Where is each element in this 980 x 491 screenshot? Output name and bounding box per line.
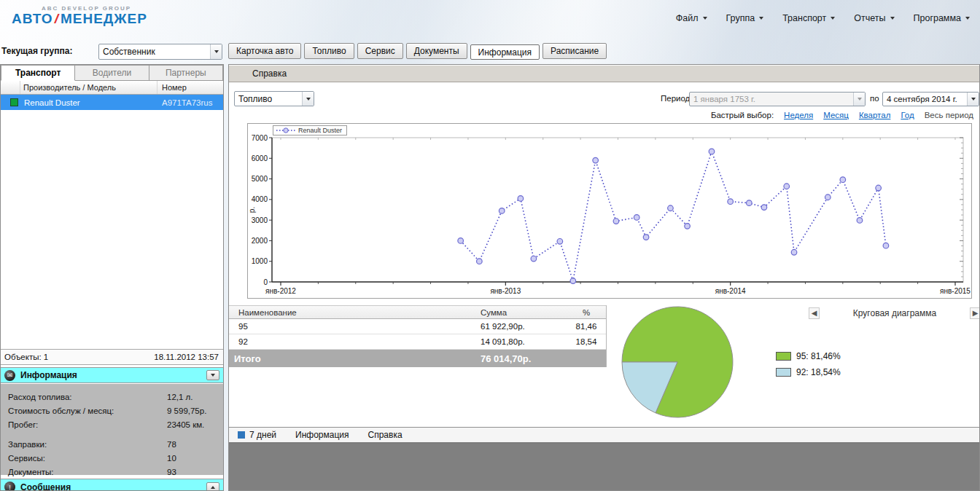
messages-section-title: Сообщения bbox=[20, 482, 71, 491]
total-sum: 76 014,70р. bbox=[481, 353, 531, 364]
row-pct: 81,46 bbox=[567, 322, 606, 331]
info-row: Стоимость обслуж / месяц:9 599,75р. bbox=[1, 404, 223, 417]
info-section-header[interactable]: ✉ Информация bbox=[1, 367, 223, 383]
exclamation-icon: ! bbox=[4, 482, 15, 491]
info-label: Сервисы: bbox=[1, 454, 45, 463]
svg-text:янв-2014: янв-2014 bbox=[715, 287, 746, 295]
info-section-title: Информация bbox=[20, 370, 77, 380]
info-value: 93 bbox=[167, 468, 176, 476]
chevron-down-icon[interactable] bbox=[302, 92, 314, 106]
info-value: 10 bbox=[167, 454, 176, 463]
objects-statusbar: Объекты: 1 18.11.2012 13:57 bbox=[1, 349, 223, 365]
dataset-select-value: Топливо bbox=[238, 94, 272, 104]
svg-text:2000: 2000 bbox=[252, 237, 268, 245]
status-datetime: 18.11.2012 13:57 bbox=[154, 353, 223, 361]
messages-section-header[interactable]: ! Сообщения bbox=[1, 479, 223, 491]
chevron-down-icon[interactable] bbox=[210, 44, 222, 59]
current-group-select[interactable]: Собственник bbox=[98, 44, 222, 60]
pie-legend-item: 92: 18,54% bbox=[776, 367, 841, 377]
row-pct: 18,54 bbox=[567, 337, 606, 346]
chevron-down-icon bbox=[703, 17, 707, 20]
svg-text:янв-2015: янв-2015 bbox=[940, 287, 971, 295]
legend-swatch-icon bbox=[776, 352, 791, 361]
tab-Топливо[interactable]: Топливо bbox=[304, 43, 354, 59]
row-sum: 14 091,80р. bbox=[481, 337, 525, 346]
current-group-label: Текущая группа: bbox=[1, 46, 72, 56]
sidebar: ТранспортВодителиПартнеры Производитель … bbox=[0, 64, 224, 491]
tab-Информация[interactable]: Информация bbox=[470, 44, 540, 60]
expand-messages-button[interactable] bbox=[206, 482, 219, 491]
collapse-info-button[interactable] bbox=[206, 370, 219, 380]
quick-select-links: НеделяМесяцКварталГод bbox=[784, 111, 914, 119]
quick-link-Год[interactable]: Год bbox=[901, 111, 914, 119]
menu-Программа[interactable]: Программа bbox=[914, 13, 971, 23]
dataset-select[interactable]: Топливо bbox=[234, 91, 314, 106]
bottom-tab-7 дней[interactable]: 7 дней bbox=[238, 430, 276, 440]
quick-link-Неделя[interactable]: Неделя bbox=[784, 111, 813, 119]
menu-Транспорт[interactable]: Транспорт bbox=[782, 13, 835, 23]
tab-Сервис[interactable]: Сервис bbox=[357, 43, 403, 59]
vehicle-status-icon bbox=[10, 98, 18, 106]
row-name: 95 bbox=[238, 322, 248, 331]
tab-Карточка авто[interactable]: Карточка авто bbox=[228, 43, 301, 59]
info-value: 23405 км. bbox=[167, 420, 204, 429]
quick-select-label: Бастрый выбор: bbox=[711, 111, 774, 119]
tab-Документы[interactable]: Документы bbox=[406, 43, 467, 59]
bottom-view-tabs: 7 днейИнформацияСправка bbox=[229, 427, 979, 444]
sidebar-tab-Водители[interactable]: Водители bbox=[75, 65, 149, 81]
info-label: Заправки: bbox=[1, 440, 47, 449]
objects-count: Объекты: 1 bbox=[1, 353, 48, 361]
vehicle-row[interactable]: Renault DusterA971TA73rus bbox=[1, 95, 223, 110]
info-value: 78 bbox=[167, 440, 176, 449]
chevron-down-icon bbox=[965, 17, 970, 20]
menubar: ФайлГруппаТранспортОтчетыПрограмма bbox=[676, 13, 970, 23]
svg-text:янв-2012: янв-2012 bbox=[265, 287, 296, 295]
legend-marker-icon bbox=[276, 127, 295, 133]
col-sum: Сумма bbox=[481, 308, 507, 317]
brand-word-1: АВТО bbox=[12, 11, 53, 26]
line-chart: 01000200030004000500060007000янв-2012янв… bbox=[248, 124, 971, 298]
period-to-select[interactable]: 4 сентября 2014 г. bbox=[882, 92, 979, 106]
chart-legend: Renault Duster bbox=[273, 125, 347, 135]
quick-link-Месяц[interactable]: Месяц bbox=[823, 111, 849, 119]
pie-chart-title: Круговая диаграмма bbox=[820, 308, 970, 318]
legend-series-name: Renault Duster bbox=[298, 127, 342, 134]
sidebar-tab-Партнеры[interactable]: Партнеры bbox=[149, 65, 223, 81]
app-window: ABC DEVELOP GROUP АВТО/МЕНЕДЖЕР ФайлГруп… bbox=[0, 0, 980, 491]
chevron-down-icon[interactable] bbox=[853, 93, 865, 106]
bottom-tab-label: Справка bbox=[368, 430, 402, 440]
svg-text:3000: 3000 bbox=[252, 216, 268, 224]
period-label: Период: bbox=[661, 94, 693, 103]
next-chart-button[interactable]: ▶ bbox=[970, 307, 980, 319]
svg-text:янв-2013: янв-2013 bbox=[490, 287, 521, 295]
menu-Отчеты[interactable]: Отчеты bbox=[854, 13, 894, 23]
chevron-down-icon bbox=[759, 17, 763, 20]
whole-period-option[interactable]: Весь период bbox=[925, 111, 973, 119]
info-label: Расход топлива: bbox=[1, 393, 72, 401]
table-row[interactable]: 9214 091,80р.18,54 bbox=[229, 334, 606, 350]
line-chart-container: 01000200030004000500060007000янв-2012янв… bbox=[247, 123, 972, 299]
bottom-tab-label: 7 дней bbox=[249, 430, 276, 440]
menu-Файл[interactable]: Файл bbox=[676, 13, 707, 23]
prev-chart-button[interactable]: ◀ bbox=[809, 307, 820, 319]
pie-legend: 95: 81,46%92: 18,54% bbox=[776, 351, 841, 377]
panel-title: Справка bbox=[229, 66, 979, 82]
info-label: Стоимость обслуж / месяц: bbox=[1, 406, 114, 415]
chevron-down-icon[interactable] bbox=[967, 93, 979, 106]
vehicle-number: A971TA73rus bbox=[158, 98, 223, 107]
svg-text:6000: 6000 bbox=[252, 154, 268, 162]
info-label: Документы: bbox=[1, 468, 53, 476]
period-to-label: по bbox=[870, 94, 879, 103]
svg-text:1000: 1000 bbox=[252, 257, 268, 265]
total-label: Итого bbox=[234, 353, 261, 364]
quick-link-Квартал[interactable]: Квартал bbox=[859, 111, 890, 119]
bottom-tab-Информация[interactable]: Информация bbox=[295, 430, 349, 440]
table-row[interactable]: 9561 922,90р.81,46 bbox=[229, 319, 606, 334]
app-logo: АВТО/МЕНЕДЖЕР bbox=[12, 11, 147, 27]
tab-Расписание[interactable]: Расписание bbox=[542, 43, 607, 59]
period-from-select[interactable]: 1 января 1753 г. bbox=[689, 92, 866, 106]
bottom-tab-Справка[interactable]: Справка bbox=[368, 430, 402, 440]
menu-Группа[interactable]: Группа bbox=[726, 13, 764, 23]
pie-chart-navigator: ◀ Круговая диаграмма ▶ bbox=[809, 307, 980, 319]
sidebar-tab-Транспорт[interactable]: Транспорт bbox=[1, 65, 75, 81]
